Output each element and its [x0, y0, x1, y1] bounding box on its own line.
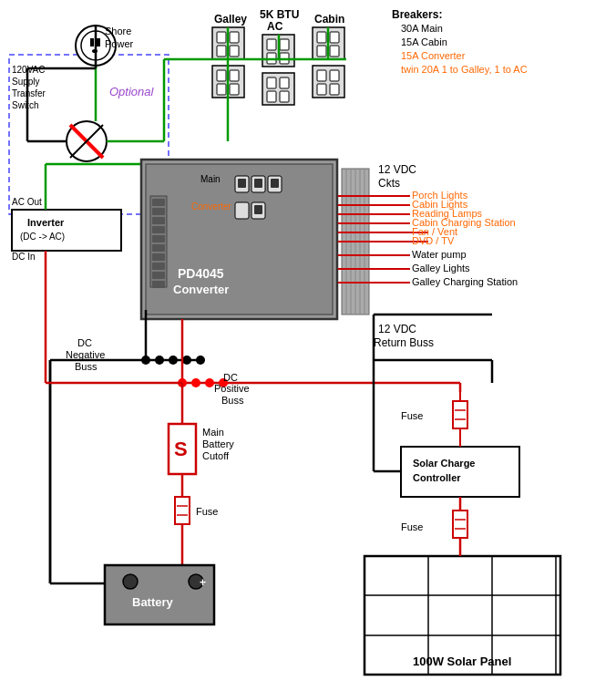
- svg-point-99: [196, 356, 205, 365]
- return-buss-label: 12 VDC: [378, 323, 416, 335]
- svg-rect-10: [230, 32, 239, 43]
- svg-rect-15: [230, 70, 239, 81]
- svg-point-123: [123, 574, 138, 589]
- svg-rect-127: [453, 401, 467, 428]
- breaker-30a: 30A Main: [401, 23, 443, 34]
- main-label: Main: [200, 174, 221, 184]
- svg-rect-72: [152, 244, 165, 252]
- svg-rect-71: [152, 235, 165, 242]
- wiring-diagram: Optional Shore Power 120VAC Supply Trans…: [0, 0, 616, 691]
- converter-sublabel: Converter: [191, 201, 232, 211]
- svg-rect-134: [453, 511, 467, 538]
- svg-rect-35: [330, 70, 339, 81]
- optional-label: Optional: [109, 85, 155, 98]
- breakers-title: Breakers:: [392, 8, 442, 21]
- solar-panel-label: 100W Solar Panel: [413, 655, 511, 668]
- svg-rect-37: [330, 84, 339, 95]
- inverter-label: Inverter: [27, 217, 65, 228]
- svg-rect-30: [330, 32, 339, 43]
- svg-rect-29: [317, 32, 326, 43]
- dc-12v-label: 12 VDC: [378, 163, 416, 176]
- svg-rect-69: [152, 217, 165, 224]
- galley-charging-label: Galley Charging Station: [412, 276, 518, 287]
- breaker-15a-converter: 15A Converter: [401, 50, 466, 61]
- breaker-15a-cabin: 15A Cabin: [401, 36, 447, 47]
- supply-label: 120VAC: [12, 65, 46, 75]
- inverter-label2: (DC -> AC): [20, 232, 65, 242]
- svg-rect-26: [267, 91, 276, 102]
- return-buss-label2: Return Buss: [374, 336, 434, 349]
- fuse1-label: Fuse: [196, 506, 218, 517]
- pd4045-label: PD4045: [178, 266, 224, 281]
- main-battery-label2: Battery: [202, 438, 234, 449]
- supply-label2: Supply: [12, 77, 40, 87]
- svg-point-95: [141, 356, 150, 365]
- svg-rect-60: [238, 179, 246, 188]
- svg-rect-61: [254, 179, 262, 188]
- solar-charge-label2: Controller: [413, 472, 461, 483]
- dc-negative-buss-label: Buss: [75, 361, 98, 372]
- main-battery-label3: Cutoff: [202, 450, 230, 461]
- svg-point-110: [205, 378, 214, 387]
- svg-rect-12: [230, 46, 239, 57]
- svg-point-98: [182, 356, 191, 365]
- fuse3-label: Fuse: [401, 521, 423, 532]
- ckts-label: Ckts: [378, 177, 400, 190]
- svg-rect-36: [317, 84, 326, 95]
- fuse2-label: Fuse: [401, 410, 423, 421]
- btu-label: 5K BTU: [260, 8, 299, 21]
- svg-rect-115: [175, 497, 190, 524]
- cutoff-s-label: S: [174, 438, 188, 460]
- svg-rect-16: [217, 84, 226, 95]
- main-battery-label: Main: [202, 427, 224, 438]
- dc-positive-buss-label: Positive: [214, 383, 250, 394]
- svg-rect-73: [152, 253, 165, 261]
- dc-positive-label: DC: [223, 372, 238, 383]
- galley-label: Galley: [214, 13, 247, 26]
- svg-rect-31: [317, 46, 326, 57]
- breaker-twin-20a: twin 20A 1 to Galley, 1 to AC: [401, 64, 528, 75]
- svg-rect-67: [152, 199, 165, 206]
- dc-in-label: DC In: [12, 252, 36, 262]
- svg-point-96: [155, 356, 164, 365]
- svg-rect-70: [152, 226, 165, 233]
- svg-rect-11: [217, 46, 226, 57]
- svg-rect-62: [271, 179, 279, 188]
- dc-negative-label2: Negative: [66, 349, 105, 360]
- svg-rect-63: [235, 202, 249, 219]
- water-pump-label: Water pump: [412, 249, 467, 260]
- svg-rect-74: [152, 263, 165, 270]
- shore-power-label: Shore: [105, 26, 131, 36]
- supply-label4: Switch: [12, 100, 38, 110]
- svg-rect-4: [90, 38, 94, 46]
- svg-rect-9: [217, 32, 226, 43]
- svg-rect-68: [152, 208, 165, 215]
- battery-label: Battery: [132, 595, 174, 609]
- svg-rect-27: [280, 91, 289, 102]
- galley-lights-label: Galley Lights: [412, 263, 470, 273]
- cabin-label: Cabin: [314, 13, 344, 26]
- svg-rect-75: [152, 272, 165, 279]
- svg-rect-32: [330, 46, 339, 57]
- svg-rect-20: [280, 39, 289, 50]
- supply-label3: Transfer: [12, 88, 46, 98]
- svg-point-97: [169, 356, 178, 365]
- svg-point-109: [191, 378, 200, 387]
- svg-rect-17: [230, 84, 239, 95]
- solar-charge-label: Solar Charge: [413, 458, 475, 469]
- svg-rect-19: [267, 39, 276, 50]
- svg-rect-76: [152, 281, 165, 288]
- ac-out-label: AC Out: [12, 197, 42, 207]
- dvd-tv-label: DVD / TV: [412, 235, 455, 246]
- svg-rect-25: [280, 77, 289, 88]
- svg-rect-65: [254, 205, 262, 214]
- ac-label: AC: [267, 20, 283, 33]
- dc-positive-buss-label2: Buss: [221, 395, 244, 406]
- svg-rect-51: [12, 210, 121, 251]
- svg-rect-24: [267, 77, 276, 88]
- dc-negative-label: DC: [77, 337, 92, 348]
- shore-power-label2: Power: [105, 38, 134, 49]
- svg-text:+: +: [200, 576, 206, 589]
- svg-rect-34: [317, 70, 326, 81]
- converter-label: Converter: [173, 283, 229, 296]
